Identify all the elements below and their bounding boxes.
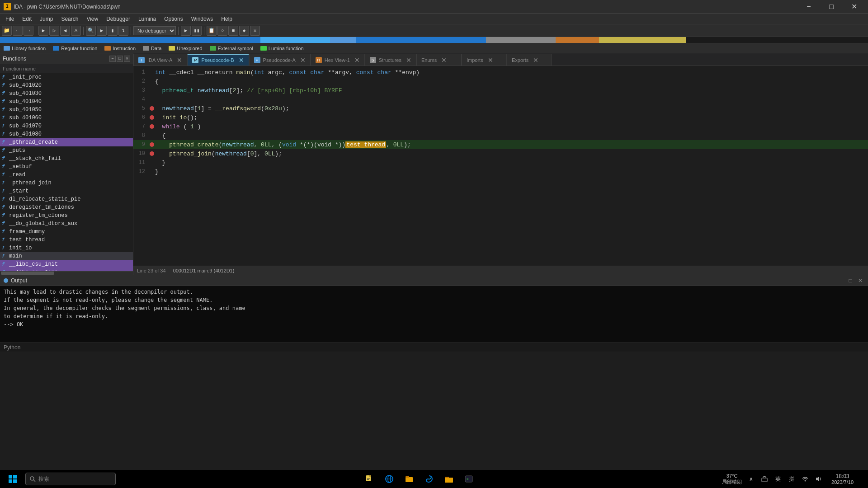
function-item-_pthread_join[interactable]: f_pthread_join	[0, 179, 133, 187]
tab-enums[interactable]: Enums ✕	[416, 54, 462, 66]
tab-imports-close[interactable]: ✕	[488, 56, 493, 64]
taskbar-folder-icon[interactable]	[441, 471, 457, 487]
function-item-init_io[interactable]: finit_io	[0, 244, 133, 252]
tab-exports[interactable]: Exports ✕	[507, 54, 552, 66]
toolbar-close-x[interactable]: ✕	[250, 26, 260, 36]
function-item-_pthread_create[interactable]: f_pthread_create	[0, 138, 133, 146]
tab-ida-view-a[interactable]: I IDA View-A ✕	[133, 54, 187, 66]
functions-close-btn[interactable]: ✕	[124, 56, 130, 62]
tray-icon-1[interactable]	[759, 474, 770, 484]
function-item-sub_401080[interactable]: fsub_401080	[0, 130, 133, 138]
toolbar-btn-3[interactable]: ◀	[60, 26, 70, 36]
tray-up-arrow[interactable]: ∧	[745, 474, 756, 484]
tray-volume[interactable]	[813, 474, 824, 484]
debugger-select[interactable]: No debugger	[133, 26, 176, 35]
toolbar-open[interactable]: 📁	[2, 26, 12, 36]
menu-jump[interactable]: Jump	[36, 15, 57, 23]
tab-pseudocode-a[interactable]: P Pseudocode-A ✕	[249, 54, 311, 66]
function-item-__stack_chk_fail[interactable]: f__stack_chk_fail	[0, 155, 133, 163]
taskbar-edge-icon[interactable]	[421, 471, 437, 487]
code-editor[interactable]: 1 int __cdecl __noreturn main(int argc, …	[133, 66, 868, 266]
tab-imports[interactable]: Imports ✕	[462, 54, 507, 66]
function-icon: f	[2, 172, 7, 178]
tab-exports-close[interactable]: ✕	[533, 56, 538, 64]
function-item-frame_dummy[interactable]: fframe_dummy	[0, 228, 133, 236]
minimize-button[interactable]: −	[798, 0, 819, 14]
toolbar-btn-1[interactable]: ▶	[38, 26, 48, 36]
taskbar-explorer-icon[interactable]	[401, 471, 417, 487]
function-item-sub_401020[interactable]: fsub_401020	[0, 81, 133, 89]
tab-pseudo-a-close[interactable]: ✕	[300, 56, 306, 64]
toolbar-search[interactable]: 🔍	[86, 26, 96, 36]
toolbar-pause[interactable]: ▮▮	[192, 26, 202, 36]
legend-unexplored-label: Unexplored	[177, 46, 202, 51]
function-item-dl_relocate_static_pie[interactable]: fdl_relocate_static_pie	[0, 195, 133, 203]
toolbar-step[interactable]: ↴	[118, 26, 128, 36]
toolbar-btn-7[interactable]: 📋	[207, 26, 217, 36]
function-item-sub_401030[interactable]: fsub_401030	[0, 89, 133, 98]
toolbar-forward[interactable]: →	[24, 26, 33, 36]
tab-pseudocode-b[interactable]: P Pseudocode-B ✕	[187, 54, 249, 66]
toolbar-btn-2[interactable]: ▷	[49, 26, 59, 36]
functions-scrollbar[interactable]	[0, 271, 133, 275]
tab-hex-view[interactable]: H Hex View-1 ✕	[311, 54, 365, 66]
toolbar-back[interactable]: ←	[13, 26, 23, 36]
taskbar-search[interactable]: 搜索	[25, 473, 116, 485]
tab-hex-close[interactable]: ✕	[354, 56, 360, 64]
menu-search[interactable]: Search	[57, 15, 82, 23]
tab-enum-close[interactable]: ✕	[441, 56, 447, 64]
function-item-_setbuf[interactable]: f_setbuf	[0, 163, 133, 171]
taskbar-browser-icon[interactable]	[381, 471, 397, 487]
menu-edit[interactable]: Edit	[19, 15, 35, 23]
tray-network[interactable]	[800, 474, 811, 484]
function-item-__libc_csu_init[interactable]: f__libc_csu_init	[0, 260, 133, 268]
function-item-_init_proc[interactable]: f_init_proc	[0, 73, 133, 81]
menu-debugger[interactable]: Debugger	[103, 15, 134, 23]
tray-lang-en[interactable]: 英	[773, 474, 783, 484]
output-minimize-btn[interactable]: □	[846, 277, 854, 285]
tab-structures[interactable]: S Structures ✕	[365, 54, 416, 66]
function-item-sub_401040[interactable]: fsub_401040	[0, 98, 133, 106]
function-item-sub_401070[interactable]: fsub_401070	[0, 122, 133, 130]
function-item-deregister_tm_clones[interactable]: fderegister_tm_clones	[0, 203, 133, 211]
toolbar-btn-9[interactable]: ■	[228, 26, 238, 36]
function-item-main[interactable]: fmain	[0, 252, 133, 260]
maximize-button[interactable]: □	[821, 0, 842, 14]
toolbar-btn-5[interactable]: ▶	[97, 26, 107, 36]
menu-lumina[interactable]: Lumina	[135, 15, 160, 23]
functions-minimize-btn[interactable]: −	[109, 56, 116, 62]
function-item-register_tm_clones[interactable]: fregister_tm_clones	[0, 211, 133, 220]
tab-struct-close[interactable]: ✕	[406, 56, 411, 64]
tray-lang-pinyin[interactable]: 拼	[786, 474, 797, 484]
taskbar-file-icon[interactable]	[361, 471, 377, 487]
code-content-10: pthread_join(newthread[0], 0LL);	[155, 150, 866, 157]
toolbar-btn-10[interactable]: ◆	[239, 26, 249, 36]
function-item-_start[interactable]: f_start	[0, 187, 133, 195]
tab-ida-close[interactable]: ✕	[177, 56, 182, 64]
menu-file[interactable]: File	[2, 15, 18, 23]
toolbar-btn-6[interactable]: ▮	[108, 26, 118, 36]
clock-widget[interactable]: 18:03 2023/7/10	[828, 473, 857, 485]
function-item-_read[interactable]: f_read	[0, 171, 133, 179]
menu-help[interactable]: Help	[217, 15, 236, 23]
function-item-sub_401050[interactable]: fsub_401050	[0, 106, 133, 114]
taskbar-terminal-icon[interactable]: >_	[461, 471, 477, 487]
functions-list[interactable]: f_init_procfsub_401020fsub_401030fsub_40…	[0, 73, 133, 271]
function-item-__do_global_dtors_aux[interactable]: f__do_global_dtors_aux	[0, 220, 133, 228]
functions-restore-btn[interactable]: □	[117, 56, 123, 62]
function-item-test_thread[interactable]: ftest_thread	[0, 236, 133, 244]
function-item-_puts[interactable]: f_puts	[0, 146, 133, 155]
function-item-sub_401060[interactable]: fsub_401060	[0, 114, 133, 122]
menu-view[interactable]: View	[83, 15, 102, 23]
navigation-overview[interactable]	[0, 37, 868, 43]
toolbar-run[interactable]: ▶	[181, 26, 191, 36]
tab-pseudo-b-close[interactable]: ✕	[239, 56, 244, 64]
start-button[interactable]	[4, 470, 22, 488]
menu-options[interactable]: Options	[160, 15, 186, 23]
show-desktop-button[interactable]	[861, 472, 864, 486]
toolbar-btn-8[interactable]: ○	[217, 26, 227, 36]
menu-windows[interactable]: Windows	[188, 15, 217, 23]
toolbar-btn-4[interactable]: A	[71, 26, 81, 36]
output-maximize-btn[interactable]: ✕	[856, 277, 864, 285]
close-button[interactable]: ✕	[844, 0, 864, 14]
